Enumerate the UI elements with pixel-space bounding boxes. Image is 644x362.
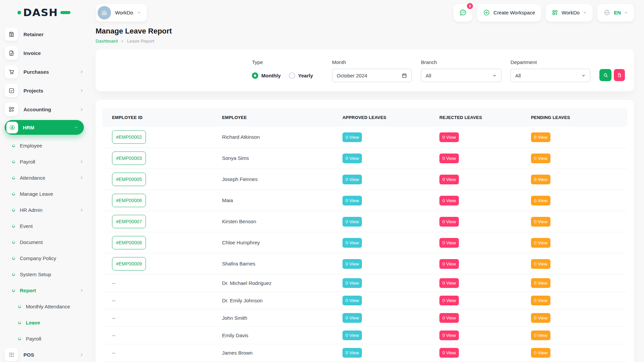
approved-leaves-view-button[interactable]: 0 View <box>342 348 362 358</box>
rejected-leaves-view-button[interactable]: 0 View <box>439 132 459 142</box>
approved-leaves-view-button[interactable]: 0 View <box>342 154 362 163</box>
employee-id-empty: -- <box>112 298 115 303</box>
sidebar-item-pos[interactable]: POS <box>5 347 84 362</box>
bullet-dot-icon <box>11 240 16 244</box>
rejected-leaves-view-button[interactable]: 0 View <box>439 296 459 305</box>
rejected-leaves-view-button[interactable]: 0 View <box>439 196 459 205</box>
rejected-leaves-view-button[interactable]: 0 View <box>439 154 459 163</box>
sidebar-item-label: Company Policy <box>20 255 84 261</box>
sidebar-item-hrm[interactable]: HRM <box>5 120 84 135</box>
rejected-leaves-view-button[interactable]: 0 View <box>439 313 459 323</box>
sidebar-item-report[interactable]: Report <box>5 282 84 298</box>
employee-name: James Brown <box>222 350 253 356</box>
sidebar-item-event[interactable]: Event <box>5 218 84 234</box>
approved-leaves-view-button[interactable]: 0 View <box>342 278 362 288</box>
branch-select[interactable]: All <box>421 69 501 82</box>
messages-button[interactable]: 0 <box>453 4 472 21</box>
sidebar-item-label: Leave <box>26 320 84 325</box>
sidebar-item-payroll[interactable]: Payroll <box>5 154 84 170</box>
table-row: #EMP00005Joseph Fiennes0 View0 View0 Vie… <box>102 169 627 190</box>
sidebar-item-company-policy[interactable]: Company Policy <box>5 250 84 266</box>
sidebar-item-employee[interactable]: Employee <box>5 137 84 154</box>
sidebar-item-label: Payroll <box>26 336 84 342</box>
bullet-dot-icon <box>17 320 22 325</box>
reset-filter-button[interactable] <box>614 69 625 81</box>
sidebar-item-hr-admin[interactable]: HR Admin <box>5 202 84 218</box>
table-row: --John Smith0 View0 View0 View <box>102 309 627 327</box>
table-row: #EMP00008Chloe Humphrey0 View0 View0 Vie… <box>102 232 627 253</box>
rejected-leaves-view-button[interactable]: 0 View <box>439 348 459 358</box>
approved-leaves-view-button[interactable]: 0 View <box>342 330 362 340</box>
rejected-leaves-view-button[interactable]: 0 View <box>439 217 459 227</box>
bullet-dot-icon <box>11 176 16 180</box>
approved-leaves-view-button[interactable]: 0 View <box>342 296 362 305</box>
approved-leaves-view-button[interactable]: 0 View <box>342 238 362 248</box>
rejected-leaves-view-button[interactable]: 0 View <box>439 330 459 340</box>
sidebar-item-retainer[interactable]: Retainer <box>5 26 84 42</box>
pending-leaves-view-button[interactable]: 0 View <box>531 154 550 163</box>
pending-leaves-view-button[interactable]: 0 View <box>531 278 550 288</box>
create-workspace-button[interactable]: Create Workspace <box>477 4 541 21</box>
sidebar-item-document[interactable]: Document <box>5 234 84 250</box>
pending-leaves-view-button[interactable]: 0 View <box>531 313 550 323</box>
sidebar-item-manage-leave[interactable]: Manage Leave <box>5 186 84 202</box>
chevron-right-icon <box>79 208 84 212</box>
pending-leaves-view-button[interactable]: 0 View <box>531 348 550 358</box>
search-button[interactable] <box>599 69 611 81</box>
approved-leaves-view-button[interactable]: 0 View <box>342 313 362 323</box>
month-input[interactable]: October 2024 <box>332 69 412 82</box>
pending-leaves-view-button[interactable]: 0 View <box>531 330 550 340</box>
employee-id-badge[interactable]: #EMP00007 <box>112 215 146 228</box>
pending-leaves-view-button[interactable]: 0 View <box>531 259 550 269</box>
bullet-dot-icon <box>11 160 16 164</box>
month-filter-group: Month October 2024 <box>332 59 412 82</box>
employee-id-badge[interactable]: #EMP00009 <box>112 257 146 270</box>
sidebar-item-purchases[interactable]: Purchases <box>5 64 84 80</box>
pending-leaves-view-button[interactable]: 0 View <box>531 296 550 305</box>
department-select[interactable]: All <box>511 69 590 82</box>
calendar-icon[interactable] <box>401 73 407 78</box>
breadcrumb-dashboard-link[interactable]: Dashboard <box>96 39 118 44</box>
employee-id-badge[interactable]: #EMP00002 <box>112 130 146 144</box>
radio-monthly[interactable]: Monthly <box>252 72 281 79</box>
approved-leaves-view-button[interactable]: 0 View <box>342 196 362 205</box>
rejected-leaves-view-button[interactable]: 0 View <box>439 259 459 269</box>
approved-leaves-view-button[interactable]: 0 View <box>342 175 362 184</box>
employee-id-badge[interactable]: #EMP00008 <box>112 236 146 249</box>
approved-leaves-view-button[interactable]: 0 View <box>342 132 362 142</box>
sidebar-item-monthly-attendance[interactable]: Monthly Attendance <box>5 298 84 314</box>
sidebar-item-accounting[interactable]: Accounting <box>5 101 84 117</box>
employee-id-badge[interactable]: #EMP00005 <box>112 173 146 186</box>
sidebar-item-leave[interactable]: Leave <box>5 314 84 330</box>
employee-id-badge[interactable]: #EMP00003 <box>112 152 146 165</box>
table-row: #EMP00006Maia0 View0 View0 View <box>102 190 627 211</box>
rejected-leaves-view-button[interactable]: 0 View <box>439 278 459 288</box>
pending-leaves-view-button[interactable]: 0 View <box>531 238 550 248</box>
pending-leaves-view-button[interactable]: 0 View <box>531 217 550 227</box>
radio-yearly-control[interactable] <box>289 72 295 79</box>
chevron-down-icon <box>581 73 586 78</box>
app-logo[interactable]: DASH <box>0 0 88 25</box>
sidebar-item-invoice[interactable]: Invoice <box>5 45 84 61</box>
pending-leaves-view-button[interactable]: 0 View <box>531 175 550 184</box>
building-icon <box>101 9 108 16</box>
radio-monthly-control[interactable] <box>252 72 258 79</box>
pending-leaves-view-button[interactable]: 0 View <box>531 196 550 205</box>
workspace-selector[interactable]: WorkDo <box>96 4 147 21</box>
sidebar-item-system-setup[interactable]: System Setup <box>5 266 84 282</box>
approved-leaves-view-button[interactable]: 0 View <box>342 217 362 227</box>
pending-leaves-view-button[interactable]: 0 View <box>531 132 550 142</box>
employee-id-badge[interactable]: #EMP00006 <box>112 194 146 207</box>
chevron-right-icon <box>79 107 84 112</box>
sidebar-item-label: Attendance <box>20 175 75 181</box>
rejected-leaves-view-button[interactable]: 0 View <box>439 175 459 184</box>
sidebar-item-payroll[interactable]: Payroll <box>5 330 84 347</box>
radio-yearly[interactable]: Yearly <box>289 72 313 79</box>
approved-leaves-view-button[interactable]: 0 View <box>342 259 362 269</box>
chat-icon <box>459 8 467 17</box>
sidebar-item-attendance[interactable]: Attendance <box>5 170 84 186</box>
rejected-leaves-view-button[interactable]: 0 View <box>439 238 459 248</box>
language-selector[interactable]: EN <box>597 4 634 21</box>
sidebar-item-projects[interactable]: Projects <box>5 82 84 99</box>
workdo-menu-button[interactable]: WorkDo <box>546 4 593 21</box>
